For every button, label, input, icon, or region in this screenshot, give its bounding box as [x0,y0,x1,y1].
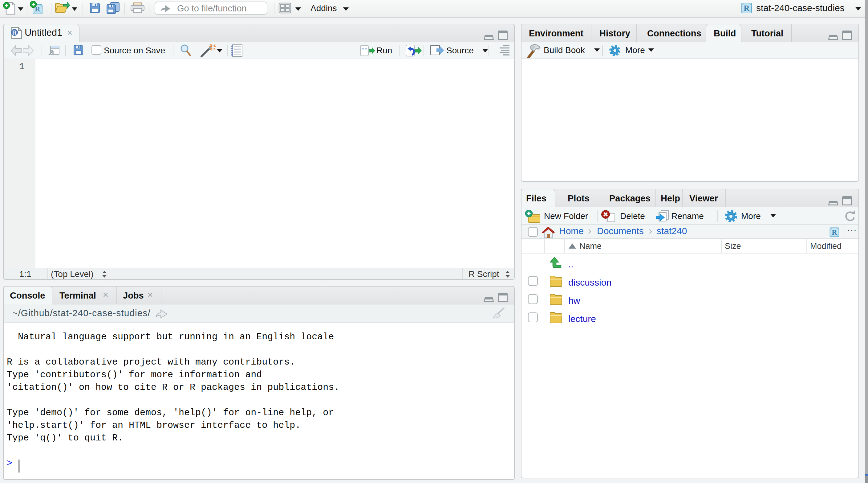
svg-text:R: R [832,228,838,236]
svg-text:R: R [744,4,750,12]
svg-text:R: R [12,29,17,36]
